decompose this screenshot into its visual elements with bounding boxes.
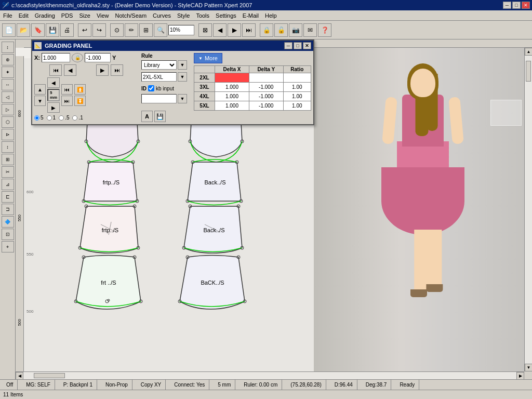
last-nav-btn[interactable]: ⏭	[111, 64, 123, 76]
library-select[interactable]: Library	[141, 60, 177, 70]
select-button[interactable]: ⊙	[110, 23, 124, 37]
grading-panel-close[interactable]: ✕	[303, 42, 311, 49]
lt-tool13[interactable]: 🔷	[2, 216, 14, 228]
next-button[interactable]: ▶	[228, 23, 241, 37]
ratio-3xl[interactable]: 1.00	[283, 83, 311, 92]
menu-email[interactable]: E-Mail	[240, 11, 262, 20]
size-dropdown-btn[interactable]: ▼	[178, 72, 187, 82]
lt-tool12[interactable]: ⊐	[2, 204, 14, 215]
x-input[interactable]	[42, 53, 70, 62]
lt-tool11[interactable]: ⊏	[2, 191, 14, 203]
move-left-btn[interactable]: ◀	[47, 77, 60, 88]
rewind-btn[interactable]: ⏮	[61, 84, 73, 95]
id-dropdown-btn[interactable]: ▼	[178, 94, 187, 103]
id-input[interactable]	[141, 94, 177, 103]
mm-center-btn[interactable]: 5mm	[47, 89, 60, 101]
scroll-up-btn[interactable]: ▲	[525, 48, 532, 56]
redo-button[interactable]: ↪	[92, 23, 106, 37]
lt-tool1[interactable]: ✦	[2, 66, 14, 78]
ratio-5xl[interactable]: 1.00	[283, 101, 311, 111]
help-button[interactable]: ❓	[318, 23, 331, 37]
h-scrollbar[interactable]: ◀ ▶	[16, 371, 524, 379]
lt-tool2[interactable]: ↔	[2, 79, 14, 90]
grading-panel-titlebar[interactable]: 📐 GRADING PANEL ─ □ ✕	[32, 41, 313, 51]
grading-panel-minimize[interactable]: ─	[284, 42, 292, 49]
unlock-button[interactable]: 🔓	[274, 23, 288, 37]
ffwd-btn[interactable]: ⏭	[61, 96, 73, 106]
zoom-input[interactable]: 10%	[168, 25, 194, 35]
lt-tool14[interactable]: ⊡	[2, 229, 14, 240]
menu-view[interactable]: View	[94, 11, 112, 20]
library-dropdown-btn[interactable]: ▼	[178, 60, 187, 70]
size-range-input[interactable]	[141, 72, 177, 82]
open-button[interactable]: 📂	[17, 23, 30, 37]
move-down-btn[interactable]: ▼	[34, 96, 46, 106]
menu-grading[interactable]: Grading	[32, 11, 58, 20]
next-nav-btn[interactable]: ▶	[96, 64, 109, 76]
lock-toggle[interactable]: 🔒	[72, 53, 83, 62]
radio-5[interactable]: 5	[34, 115, 44, 121]
dx-3xl[interactable]: 1.000	[215, 83, 249, 92]
table-row[interactable]: 3XL 1.000 -1.000 1.00	[194, 83, 311, 92]
kb-input-checkbox[interactable]	[148, 85, 154, 91]
move-right-btn[interactable]: ▶	[47, 102, 60, 113]
fit-button[interactable]: ⊠	[198, 23, 212, 37]
grading-panel-maximize[interactable]: □	[294, 42, 302, 49]
dx-4xl[interactable]: 1.000	[215, 92, 249, 101]
lt-tool7[interactable]: ↕	[2, 141, 14, 153]
lt-arrow-btn[interactable]: ↕	[2, 42, 14, 53]
lt-tool6[interactable]: ⊳	[2, 129, 14, 140]
lt-tool3[interactable]: ◁	[2, 91, 14, 103]
lt-tool8[interactable]: ⊞	[2, 154, 14, 165]
scroll-down-btn[interactable]: ▼	[525, 364, 532, 371]
v-scroll-track[interactable]	[525, 56, 532, 364]
menu-curves[interactable]: Curves	[150, 11, 174, 20]
dy-5xl[interactable]: -1.000	[249, 101, 283, 111]
dy-4xl[interactable]: -1.000	[249, 92, 283, 101]
pencil-button[interactable]: ✏	[125, 23, 138, 37]
maximize-button[interactable]: □	[512, 2, 521, 9]
new-button[interactable]: 📄	[2, 23, 16, 37]
radio-tenth[interactable]: .1	[72, 115, 83, 121]
menu-pds[interactable]: PDS	[58, 11, 76, 20]
y-input[interactable]	[85, 53, 111, 62]
extra-btn2[interactable]: ⏬	[74, 96, 86, 106]
radio-half[interactable]: .5	[59, 115, 69, 121]
more-button[interactable]: ▼ More	[194, 53, 222, 63]
menu-size[interactable]: Size	[76, 11, 93, 20]
h-scroll-thumb[interactable]	[34, 373, 65, 378]
scroll-right-btn[interactable]: ▶	[516, 372, 524, 380]
v-scrollbar[interactable]: ▲ ▼	[524, 48, 532, 371]
save-button[interactable]: 💾	[46, 23, 59, 37]
lock-button[interactable]: 🔒	[260, 23, 273, 37]
close-button[interactable]: ✕	[522, 2, 530, 9]
dx-5xl[interactable]: 1.000	[215, 101, 249, 111]
zoom-button[interactable]: 🔍	[154, 23, 167, 37]
undo-button[interactable]: ↩	[78, 23, 91, 37]
table-row[interactable]: 4XL 1.000 -1.000 1.00	[194, 92, 311, 101]
dx-2xl[interactable]	[215, 73, 249, 83]
lt-tool4[interactable]: ▷	[2, 104, 14, 115]
radio-1[interactable]: 1	[47, 115, 56, 121]
menu-notch-seam[interactable]: Notch/Seam	[112, 11, 150, 20]
menu-help[interactable]: Help	[262, 11, 280, 20]
minimize-button[interactable]: ─	[503, 2, 511, 9]
lt-tool5[interactable]: ⬡	[2, 116, 14, 128]
lt-tool10[interactable]: ⊿	[2, 179, 14, 190]
email-button[interactable]: ✉	[303, 23, 317, 37]
menu-file[interactable]: File	[0, 11, 16, 20]
dy-2xl[interactable]	[249, 73, 283, 83]
h-scroll-track[interactable]	[23, 372, 516, 379]
prev-button[interactable]: ◀	[213, 23, 227, 37]
extra-btn1[interactable]: ⏫	[74, 84, 86, 95]
save-rule-btn[interactable]: 💾	[154, 111, 166, 122]
prev-nav-btn[interactable]: ◀	[64, 64, 76, 76]
dy-3xl[interactable]: -1.000	[249, 83, 283, 92]
v-scroll-thumb[interactable]	[526, 61, 531, 82]
menu-settings[interactable]: Settings	[212, 11, 240, 20]
menu-edit[interactable]: Edit	[16, 11, 32, 20]
style-button[interactable]: 🔖	[31, 23, 45, 37]
menu-style[interactable]: Style	[174, 11, 193, 20]
move-up-btn[interactable]: ▲	[34, 84, 46, 95]
text-btn[interactable]: A	[141, 111, 153, 122]
